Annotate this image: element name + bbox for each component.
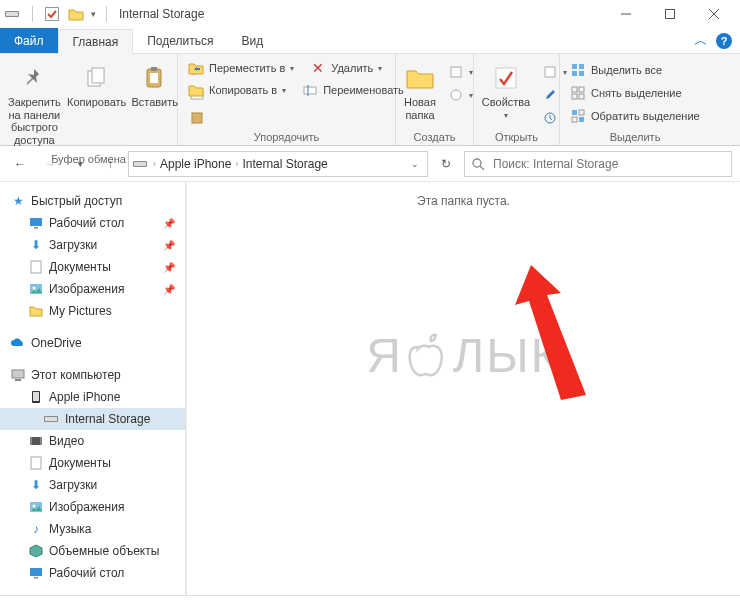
- address-bar[interactable]: › Apple iPhone› Internal Storage ⌄: [128, 151, 428, 177]
- back-button[interactable]: ←: [8, 152, 32, 176]
- pc-icon: [10, 367, 26, 383]
- paste-button[interactable]: Вставить: [131, 58, 179, 113]
- svg-rect-10: [151, 67, 157, 71]
- svg-rect-29: [572, 110, 577, 115]
- collapse-ribbon-icon[interactable]: ︿: [694, 32, 708, 50]
- svg-rect-25: [572, 87, 577, 92]
- pin-icon: 📌: [163, 262, 175, 273]
- tab-home[interactable]: Главная: [58, 29, 134, 54]
- up-button[interactable]: ↑: [98, 152, 122, 176]
- select-none-button[interactable]: Снять выделение: [566, 83, 704, 103]
- cloud-icon: [10, 335, 26, 351]
- tree-desktop2[interactable]: Рабочий стол: [0, 562, 185, 584]
- new-folder-button[interactable]: Новая папка: [402, 58, 438, 125]
- annotation-arrow: [491, 265, 601, 405]
- tree-video[interactable]: Видео: [0, 430, 185, 452]
- group-select: Выделить все Снять выделение Обратить вы…: [560, 54, 710, 145]
- svg-rect-16: [451, 67, 461, 77]
- qat-checkbox-icon[interactable]: [43, 5, 61, 23]
- qat-dropdown-icon[interactable]: ▾: [91, 9, 96, 19]
- tree-quick-access[interactable]: ★Быстрый доступ: [0, 190, 185, 212]
- tree-desktop[interactable]: Рабочий стол📌: [0, 212, 185, 234]
- tree-internal-storage[interactable]: Internal Storage: [0, 408, 185, 430]
- copy-to-button[interactable]: Копировать в ▾: [184, 80, 290, 100]
- maximize-button[interactable]: [648, 0, 692, 28]
- close-button[interactable]: [692, 0, 736, 28]
- tree-music[interactable]: ♪Музыка: [0, 518, 185, 540]
- delete-icon: ✕: [310, 60, 326, 76]
- pin-label: Закрепить на панели быстрого доступа: [8, 96, 61, 147]
- svg-rect-43: [15, 379, 21, 381]
- svg-rect-37: [30, 218, 42, 226]
- easy-access-button[interactable]: ▾: [444, 85, 477, 105]
- folder-content: Эта папка пуста. Я ЛЫК: [186, 182, 740, 595]
- move-icon: [188, 60, 204, 76]
- pin-icon: 📌: [163, 218, 175, 229]
- search-box[interactable]: [464, 151, 732, 177]
- tree-3d[interactable]: Объемные объекты: [0, 540, 185, 562]
- svg-line-36: [480, 166, 484, 170]
- properties-label: Свойства: [482, 96, 530, 109]
- star-icon: ★: [10, 193, 26, 209]
- svg-rect-49: [30, 437, 32, 445]
- folder-icon[interactable]: [67, 5, 85, 23]
- address-dropdown[interactable]: ⌄: [407, 152, 423, 176]
- invert-selection-button[interactable]: Обратить выделение: [566, 106, 704, 126]
- delete-button[interactable]: ✕Удалить ▾: [306, 58, 386, 78]
- copy-button[interactable]: Копировать: [69, 58, 125, 113]
- tab-file[interactable]: Файл: [0, 28, 58, 53]
- properties-button[interactable]: Свойства ▾: [480, 58, 532, 124]
- search-input[interactable]: [491, 156, 725, 172]
- tree-iphone[interactable]: Apple iPhone: [0, 386, 185, 408]
- tree-this-pc[interactable]: Этот компьютер: [0, 364, 185, 386]
- tab-share[interactable]: Поделиться: [133, 28, 227, 53]
- svg-marker-56: [515, 265, 586, 400]
- svg-point-35: [473, 159, 481, 167]
- download-icon: ⬇: [28, 477, 44, 493]
- nav-row: ← → ▾ ↑ › Apple iPhone› Internal Storage…: [0, 146, 740, 182]
- refresh-button[interactable]: ↻: [434, 152, 458, 176]
- main-area: ★Быстрый доступ Рабочий стол📌 ⬇Загрузки📌…: [0, 182, 740, 595]
- new-folder-icon: [404, 62, 436, 94]
- desktop-icon: [28, 215, 44, 231]
- help-icon[interactable]: ?: [716, 33, 732, 49]
- tree-documents2[interactable]: Документы: [0, 452, 185, 474]
- svg-rect-47: [45, 417, 57, 421]
- picture-icon: [28, 499, 44, 515]
- svg-rect-27: [572, 94, 577, 99]
- tree-pictures2[interactable]: Изображения: [0, 496, 185, 518]
- svg-rect-28: [579, 94, 584, 99]
- title-bar: ▾ Internal Storage: [0, 0, 740, 28]
- rename-button[interactable]: Переименовать: [298, 80, 408, 100]
- new-folder-label: Новая папка: [404, 96, 436, 121]
- crumb-iphone[interactable]: Apple iPhone›: [160, 157, 238, 171]
- svg-rect-45: [33, 392, 39, 401]
- svg-rect-31: [572, 117, 577, 122]
- document-icon: [28, 259, 44, 275]
- drive-crumb-icon: [133, 159, 149, 169]
- svg-rect-34: [134, 162, 146, 166]
- tree-downloads[interactable]: ⬇Загрузки📌: [0, 234, 185, 256]
- move-to-button[interactable]: Переместить в ▾: [184, 58, 298, 78]
- svg-rect-22: [579, 64, 584, 69]
- nav-tree[interactable]: ★Быстрый доступ Рабочий стол📌 ⬇Загрузки📌…: [0, 182, 186, 595]
- minimize-button[interactable]: [604, 0, 648, 28]
- document-icon: [28, 455, 44, 471]
- tree-documents[interactable]: Документы📌: [0, 256, 185, 278]
- crumb-internal[interactable]: Internal Storage: [242, 157, 327, 171]
- forward-button[interactable]: →: [38, 152, 62, 176]
- desktop-icon: [28, 565, 44, 581]
- group-new: Новая папка ▾ ▾ Создать: [396, 54, 474, 145]
- pin-quick-access-button[interactable]: Закрепить на панели быстрого доступа: [6, 58, 63, 151]
- recent-dropdown[interactable]: ▾: [68, 152, 92, 176]
- tree-pictures[interactable]: Изображения📌: [0, 278, 185, 300]
- tree-onedrive[interactable]: OneDrive: [0, 332, 185, 354]
- apple-icon: [403, 327, 453, 383]
- tab-view[interactable]: Вид: [227, 28, 277, 53]
- tree-downloads2[interactable]: ⬇Загрузки: [0, 474, 185, 496]
- copy-icon: [81, 62, 113, 94]
- tree-mypictures[interactable]: My Pictures: [0, 300, 185, 322]
- crumb-root[interactable]: ›: [153, 159, 156, 169]
- select-all-button[interactable]: Выделить все: [566, 60, 704, 80]
- new-item-button[interactable]: ▾: [444, 62, 477, 82]
